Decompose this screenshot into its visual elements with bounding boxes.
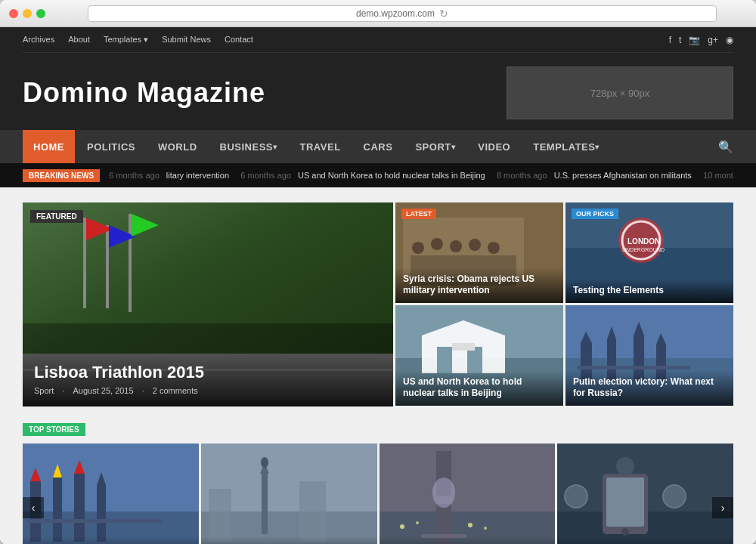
nav-archives[interactable]: Archives xyxy=(23,35,54,45)
address-bar[interactable]: demo.wpzoom.com ↻ xyxy=(88,5,717,22)
putin-card-info: Putin election victory: What next for Ru… xyxy=(565,370,733,406)
news-card-elements[interactable]: LONDON UNDERGROUND OUR PICKS Testing the… xyxy=(565,202,733,303)
story-2-info: A post showing how headings looks like xyxy=(201,536,377,544)
nav-templates[interactable]: Templates ▾ xyxy=(104,35,148,45)
svg-point-65 xyxy=(432,478,455,508)
featured-separator: · xyxy=(62,386,67,395)
nav-contact[interactable]: Contact xyxy=(225,35,253,45)
breaking-link-2[interactable]: US and North Korea to hold nuclear talks… xyxy=(298,171,485,180)
site-title[interactable]: Domino Magazine xyxy=(23,77,265,109)
svg-rect-73 xyxy=(606,478,644,527)
svg-rect-26 xyxy=(422,335,505,373)
stories-carousel: ‹ xyxy=(23,444,733,544)
news-card-northkorea[interactable]: US and North Korea to hold nuclear talks… xyxy=(395,305,563,406)
carousel-next-button[interactable]: › xyxy=(712,497,733,518)
nav-submit-news[interactable]: Submit News xyxy=(162,35,211,45)
elements-card-title: Testing the Elements xyxy=(573,285,726,297)
svg-rect-59 xyxy=(299,481,326,542)
svg-rect-55 xyxy=(262,474,268,534)
breaking-link-1[interactable]: litary intervention xyxy=(166,171,229,180)
svg-point-74 xyxy=(621,528,629,536)
banner-ad: 728px × 90px xyxy=(507,66,733,119)
ourpicks-badge: OUR PICKS xyxy=(572,209,618,219)
nav-travel[interactable]: TRAVEL xyxy=(290,130,352,163)
googleplus-icon[interactable]: g+ xyxy=(708,35,718,45)
svg-point-16 xyxy=(469,239,481,251)
top-nav-links: Archives About Templates ▾ Submit News C… xyxy=(23,35,253,45)
top-stories-section: TOP STORIES ‹ xyxy=(23,422,733,544)
svg-rect-50 xyxy=(97,485,106,542)
featured-date: August 25, 2015 xyxy=(73,386,133,395)
nav-business[interactable]: BUSINESS xyxy=(209,130,288,163)
breaking-time-2: 6 months ago xyxy=(240,171,291,180)
news-card-syria[interactable]: LATEST Syria crisis: Obama rejects US mi… xyxy=(395,202,563,303)
syria-card-title: Syria crisis: Obama rejects US military … xyxy=(403,274,556,297)
featured-badge: FEATURED xyxy=(30,210,83,223)
site-header: Archives About Templates ▾ Submit News C… xyxy=(0,27,756,130)
svg-text:UNDERGROUND: UNDERGROUND xyxy=(622,247,665,252)
search-icon[interactable]: 🔍 xyxy=(718,140,733,154)
story-card-2[interactable]: A post showing how headings looks like xyxy=(201,444,377,544)
featured-right-bottom: US and North Korea to hold nuclear talks… xyxy=(395,305,733,406)
svg-rect-46 xyxy=(53,478,62,542)
svg-point-77 xyxy=(663,485,686,508)
featured-title: Lisboa Triathlon 2015 xyxy=(34,363,382,382)
nav-templates[interactable]: TEMPLATES xyxy=(522,130,610,163)
svg-point-17 xyxy=(488,242,500,254)
featured-right: LATEST Syria crisis: Obama rejects US mi… xyxy=(395,202,733,406)
browser-window: demo.wpzoom.com ↻ Archives About Templat… xyxy=(0,0,756,544)
featured-grid: FEATURED Lisboa Triathlon 2015 Sport · A… xyxy=(23,202,733,406)
nav-cars[interactable]: CARS xyxy=(353,130,404,163)
story-3-info: Take a sneak peak inside Apple's gorgeou… xyxy=(380,536,556,544)
url-text: demo.wpzoom.com xyxy=(356,8,435,19)
nav-sport[interactable]: SPORT xyxy=(404,130,466,163)
svg-point-75 xyxy=(616,457,634,475)
nav-world[interactable]: WORLD xyxy=(147,130,208,163)
story-1-info: Putin election victory: What next for Ru… xyxy=(23,536,199,544)
nav-about[interactable]: About xyxy=(68,35,90,45)
syria-card-info: Syria crisis: Obama rejects US military … xyxy=(395,267,563,303)
nav-home[interactable]: HOME xyxy=(23,130,75,163)
svg-rect-29 xyxy=(467,347,482,373)
top-stories-badge: TOP STORIES xyxy=(23,423,85,436)
nav-video[interactable]: VIDEO xyxy=(467,130,521,163)
top-nav: Archives About Templates ▾ Submit News C… xyxy=(23,27,733,53)
svg-point-69 xyxy=(484,527,487,530)
news-card-putin[interactable]: Putin election victory: What next for Ru… xyxy=(565,305,733,406)
latest-badge: LATEST xyxy=(401,209,436,219)
rss-icon[interactable]: ◉ xyxy=(726,35,733,45)
twitter-icon[interactable]: t xyxy=(679,35,681,45)
svg-rect-3 xyxy=(106,225,109,308)
svg-rect-2 xyxy=(83,218,86,308)
breaking-time-1: 6 months ago xyxy=(109,171,160,180)
close-button[interactable] xyxy=(9,9,18,18)
breaking-news-label: BREAKING NEWS xyxy=(23,169,100,182)
maximize-button[interactable] xyxy=(36,9,45,18)
story-card-3[interactable]: Take a sneak peak inside Apple's gorgeou… xyxy=(380,444,556,544)
northkorea-card-title: US and North Korea to hold nuclear talks… xyxy=(403,376,556,400)
breaking-news-bar: BREAKING NEWS 6 months ago litary interv… xyxy=(0,163,756,187)
svg-point-68 xyxy=(468,523,472,527)
refresh-icon[interactable]: ↻ xyxy=(439,8,448,20)
browser-content: Archives About Templates ▾ Submit News C… xyxy=(0,27,756,544)
stories-grid: Putin election victory: What next for Ru… xyxy=(23,444,733,544)
social-links: f t 📷 g+ ◉ xyxy=(669,35,733,45)
minimize-button[interactable] xyxy=(23,9,32,18)
svg-rect-30 xyxy=(452,343,475,351)
nav-politics[interactable]: POLITICS xyxy=(76,130,146,163)
svg-rect-48 xyxy=(74,474,85,542)
breaking-link-3[interactable]: U.S. presses Afghanistan on militants xyxy=(554,171,692,180)
featured-separator2: · xyxy=(142,386,147,395)
svg-rect-58 xyxy=(209,489,231,542)
svg-rect-41 xyxy=(577,366,690,369)
svg-point-13 xyxy=(412,242,424,254)
featured-category: Sport xyxy=(34,386,54,395)
facebook-icon[interactable]: f xyxy=(669,35,671,45)
instagram-icon[interactable]: 📷 xyxy=(689,35,700,45)
story-card-4[interactable]: Apple Reports Record Earnings and iPad S… xyxy=(557,444,733,544)
browser-titlebar: demo.wpzoom.com ↻ xyxy=(0,0,756,27)
carousel-prev-button[interactable]: ‹ xyxy=(23,497,44,518)
featured-main-card[interactable]: FEATURED Lisboa Triathlon 2015 Sport · A… xyxy=(23,202,393,406)
story-card-1[interactable]: Putin election victory: What next for Ru… xyxy=(23,444,199,544)
svg-point-76 xyxy=(565,485,587,508)
